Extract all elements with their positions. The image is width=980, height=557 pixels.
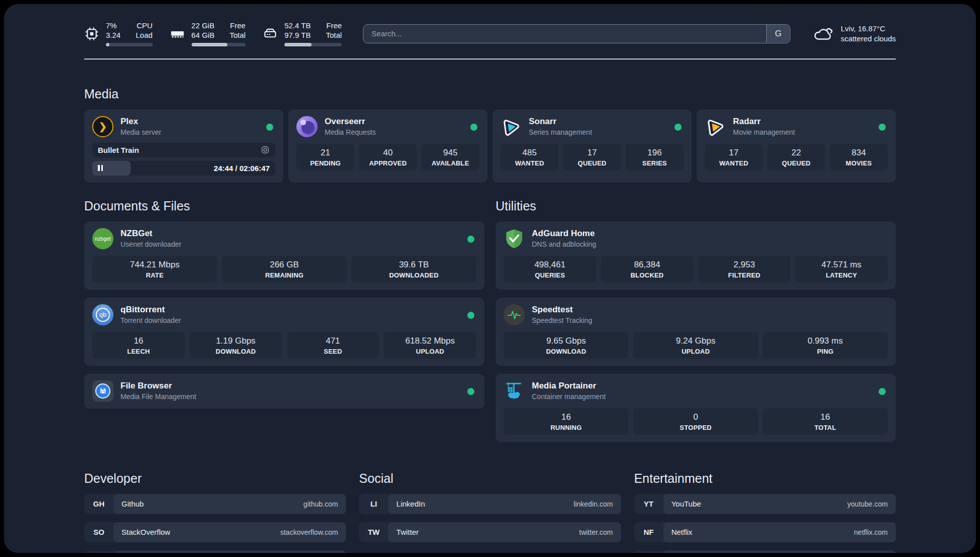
stat-movies: 834 MOVIES [830,144,888,171]
link-name: YouTube [671,499,701,508]
link-abbr: GH [84,494,113,514]
overseerr-icon [296,116,318,137]
status-dot [879,124,886,131]
link-youtube[interactable]: YT YouTube youtube.com [634,494,896,514]
app-card-adguard[interactable]: AdGuard Home DNS and adblocking 498,461 … [496,221,896,290]
status-dot [467,388,474,395]
link-url: github.com [303,500,338,508]
app-card-speedtest[interactable]: Speedtest Speedtest Tracking 9.65 Gbps D… [496,298,896,366]
app-name: File Browser [120,381,196,391]
section-title-documents: Documents & Files [84,199,484,213]
cpu-load-label: Load [136,31,152,40]
disk-free-value: 52.4 TB [284,21,311,31]
app-card-portainer[interactable]: Media Portainer Container management 16 … [496,374,896,442]
app-name: Overseerr [325,117,376,127]
stat-queries: 498,461 QUERIES [504,256,596,283]
app-card-nzbget[interactable]: nzbget NZBGet Usenet downloader 744.21 M… [84,221,484,290]
pause-icon [98,165,100,171]
speedtest-icon [504,304,525,325]
link-reddit[interactable]: RE Reddit reddit.com [634,550,896,553]
stat-download: 1.19 Gbps DOWNLOAD [190,332,282,359]
search-input[interactable] [363,24,790,43]
link-netflix[interactable]: NF Netflix netflix.com [634,522,896,542]
stat-blocked: 86,384 BLOCKED [601,256,694,283]
section-title-media: Media [84,87,896,101]
app-card-sonarr[interactable]: Sonarr Series management 485 WANTED 17 Q… [493,109,692,183]
disk-metric: 52.4 TB 97.9 TB Free Total [263,21,342,46]
stat-latency: 47.571 ms LATENCY [795,256,888,283]
ram-free-value: 22 GiB [192,21,215,31]
ram-progress-bar [192,43,246,46]
app-desc: Media Requests [325,128,376,136]
ram-free-label: Free [229,21,246,31]
disk-icon [263,26,278,41]
playback-time: 24:44 / 02:06:47 [214,164,275,173]
link-name: StackOverflow [121,528,170,536]
link-stackoverflow[interactable]: SO StackOverflow stackoverflow.com [84,522,346,542]
filebrowser-icon [92,380,113,402]
link-abbr: RE [634,550,663,553]
stat-wanted: 485 WANTED [501,144,559,171]
link-twitter[interactable]: TW Twitter twitter.com [359,522,621,542]
plex-icon: ❯ [92,116,113,137]
weather-widget: Lviv, 16.87°C scattered clouds [813,24,896,44]
now-playing-row: Bullet Train [92,143,275,157]
disk-free-label: Free [326,21,342,31]
stat-queued: 17 QUEUED [563,144,621,171]
link-github[interactable]: GH Github github.com [84,494,346,514]
stat-series: 196 SERIES [626,144,684,171]
ram-metric: 22 GiB 64 GiB Free Total [170,21,246,46]
app-card-overseerr[interactable]: Overseerr Media Requests 21 PENDING 40 A… [288,109,487,183]
link-abbr: NF [634,522,663,542]
link-url: linkedin.com [574,500,613,508]
app-desc: Series management [529,128,592,136]
app-name: Speedtest [532,305,592,315]
app-card-radarr[interactable]: Radarr Movie management 17 WANTED 22 QUE… [697,109,896,183]
app-name: qBittorrent [120,305,181,315]
sonarr-icon [501,116,522,137]
link-name: Github [121,499,144,508]
link-abbr: TW [359,522,388,542]
stat-total: 16 TOTAL [763,408,888,435]
playback-progress-fill [92,161,131,176]
stat-available: 945 AVAILABLE [421,144,479,171]
link-name: LinkedIn [396,499,425,508]
app-card-filebrowser[interactable]: File Browser Media File Management [84,374,484,409]
link-dev[interactable]: DT DEV dev.to [84,550,346,553]
status-dot [470,124,477,131]
stat-upload: 618.52 Mbps UPLOAD [384,332,476,359]
search-engine-button[interactable]: G [766,25,789,42]
cpu-usage-value: 7% [106,21,120,31]
status-dot [467,236,474,243]
link-url: netflix.com [854,528,888,536]
stat-wanted: 17 WANTED [705,144,763,171]
app-name: Plex [120,117,161,127]
stat-leech: 16 LEECH [92,332,185,359]
stat-rate: 744.21 Mbps RATE [92,256,217,283]
section-title-developer: Developer [84,471,346,486]
link-name: Netflix [671,528,693,536]
search-bar: G [363,24,790,43]
app-desc: DNS and adblocking [532,240,596,248]
stat-filtered: 2,953 FILTERED [698,256,791,283]
cloud-icon [813,25,834,42]
stat-downloaded: 39.6 TB DOWNLOADED [351,256,476,283]
app-card-qbittorrent[interactable]: qb qBittorrent Torrent downloader 16 LEE… [84,298,484,366]
stat-upload: 9.24 Gbps UPLOAD [633,332,758,359]
qbittorrent-icon: qb [92,304,113,325]
app-name: Media Portainer [532,381,605,391]
status-dot [675,124,682,131]
link-name: Twitter [396,528,418,536]
app-card-plex[interactable]: ❯ Plex Media server Bullet Train [84,109,283,183]
status-dot [879,388,886,395]
stat-ping: 0.993 ms PING [763,332,888,359]
stat-remaining: 266 GB REMAINING [222,256,347,283]
app-desc: Usenet downloader [120,240,181,248]
cpu-progress-bar [106,43,153,46]
stat-queued: 22 QUEUED [767,144,825,171]
stat-running: 16 RUNNING [504,408,629,435]
link-linkedin[interactable]: LI LinkedIn linkedin.com [359,494,621,514]
now-playing-title: Bullet Train [98,146,139,154]
cpu-usage-label: CPU [136,21,152,31]
system-metrics: 7% 3.24 CPU Load [84,21,342,46]
